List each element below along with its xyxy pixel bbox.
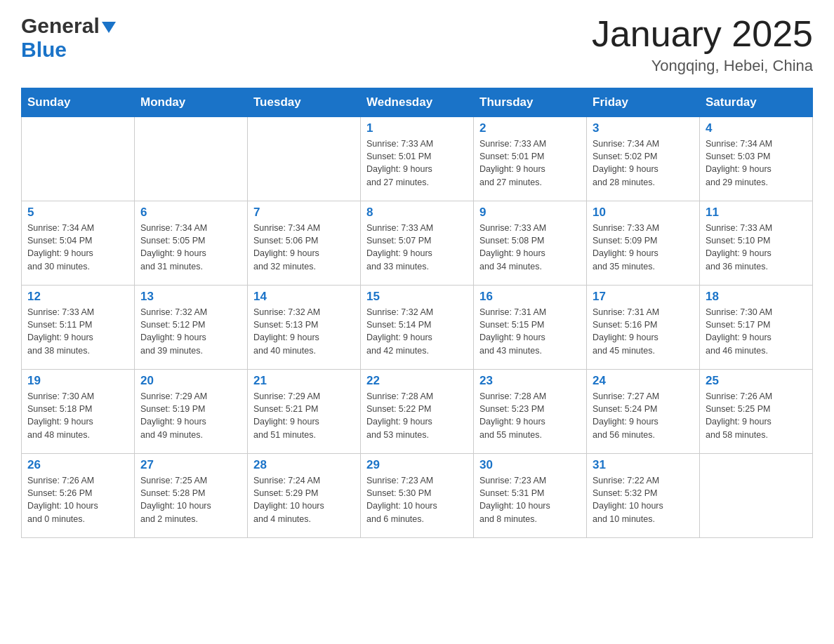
calendar-day-cell: 13Sunrise: 7:32 AM Sunset: 5:12 PM Dayli… — [135, 286, 248, 370]
day-number: 2 — [479, 121, 581, 135]
calendar-day-cell — [248, 117, 361, 201]
calendar-day-cell: 25Sunrise: 7:26 AM Sunset: 5:25 PM Dayli… — [700, 370, 813, 454]
calendar-day-cell: 16Sunrise: 7:31 AM Sunset: 5:15 PM Dayli… — [474, 286, 587, 370]
day-info: Sunrise: 7:26 AM Sunset: 5:26 PM Dayligh… — [27, 474, 128, 525]
day-of-week-header: Wednesday — [361, 88, 474, 117]
calendar-week-row: 5Sunrise: 7:34 AM Sunset: 5:04 PM Daylig… — [22, 201, 813, 286]
day-info: Sunrise: 7:34 AM Sunset: 5:04 PM Dayligh… — [27, 222, 128, 273]
calendar-day-cell: 18Sunrise: 7:30 AM Sunset: 5:17 PM Dayli… — [700, 286, 813, 370]
day-number: 5 — [27, 206, 128, 220]
calendar-day-cell: 6Sunrise: 7:34 AM Sunset: 5:05 PM Daylig… — [135, 201, 248, 286]
day-of-week-header: Thursday — [474, 88, 587, 117]
logo-general: General — [21, 14, 100, 38]
calendar-day-cell: 20Sunrise: 7:29 AM Sunset: 5:19 PM Dayli… — [135, 370, 248, 454]
calendar-day-cell — [135, 117, 248, 201]
day-number: 4 — [706, 121, 807, 135]
day-info: Sunrise: 7:31 AM Sunset: 5:16 PM Dayligh… — [593, 306, 694, 357]
calendar-day-cell — [22, 117, 135, 201]
calendar-header-row: SundayMondayTuesdayWednesdayThursdayFrid… — [22, 88, 813, 117]
day-number: 16 — [479, 290, 581, 304]
day-info: Sunrise: 7:32 AM Sunset: 5:13 PM Dayligh… — [253, 306, 355, 357]
day-info: Sunrise: 7:31 AM Sunset: 5:15 PM Dayligh… — [479, 306, 581, 357]
calendar-day-cell: 27Sunrise: 7:25 AM Sunset: 5:28 PM Dayli… — [135, 454, 248, 538]
day-number: 1 — [366, 121, 468, 135]
day-number: 26 — [27, 458, 128, 472]
day-info: Sunrise: 7:34 AM Sunset: 5:05 PM Dayligh… — [140, 222, 241, 273]
calendar-header-right: January 2025 Yongqing, Hebei, China — [592, 14, 813, 75]
day-number: 27 — [140, 458, 241, 472]
day-info: Sunrise: 7:34 AM Sunset: 5:02 PM Dayligh… — [593, 137, 694, 189]
calendar-day-cell: 5Sunrise: 7:34 AM Sunset: 5:04 PM Daylig… — [22, 201, 135, 286]
calendar-day-cell: 23Sunrise: 7:28 AM Sunset: 5:23 PM Dayli… — [474, 370, 587, 454]
day-number: 11 — [706, 206, 807, 220]
logo-triangle-icon — [102, 22, 116, 33]
day-info: Sunrise: 7:29 AM Sunset: 5:21 PM Dayligh… — [253, 390, 355, 441]
calendar-table: SundayMondayTuesdayWednesdayThursdayFrid… — [21, 88, 813, 538]
day-info: Sunrise: 7:22 AM Sunset: 5:32 PM Dayligh… — [593, 474, 694, 525]
day-info: Sunrise: 7:33 AM Sunset: 5:11 PM Dayligh… — [27, 306, 128, 357]
calendar-day-cell: 21Sunrise: 7:29 AM Sunset: 5:21 PM Dayli… — [248, 370, 361, 454]
day-info: Sunrise: 7:33 AM Sunset: 5:01 PM Dayligh… — [366, 137, 468, 189]
day-info: Sunrise: 7:33 AM Sunset: 5:07 PM Dayligh… — [366, 222, 468, 273]
day-info: Sunrise: 7:28 AM Sunset: 5:23 PM Dayligh… — [479, 390, 581, 441]
day-info: Sunrise: 7:26 AM Sunset: 5:25 PM Dayligh… — [706, 390, 807, 441]
day-info: Sunrise: 7:33 AM Sunset: 5:10 PM Dayligh… — [706, 222, 807, 273]
logo-blue: Blue — [21, 38, 67, 61]
day-of-week-header: Saturday — [700, 88, 813, 117]
logo: General Blue — [21, 14, 116, 62]
day-info: Sunrise: 7:30 AM Sunset: 5:18 PM Dayligh… — [27, 390, 128, 441]
day-number: 9 — [479, 206, 581, 220]
calendar-week-row: 1Sunrise: 7:33 AM Sunset: 5:01 PM Daylig… — [22, 117, 813, 201]
calendar-day-cell: 22Sunrise: 7:28 AM Sunset: 5:22 PM Dayli… — [361, 370, 474, 454]
calendar-week-row: 19Sunrise: 7:30 AM Sunset: 5:18 PM Dayli… — [22, 370, 813, 454]
calendar-day-cell: 3Sunrise: 7:34 AM Sunset: 5:02 PM Daylig… — [587, 117, 700, 201]
day-number: 7 — [253, 206, 355, 220]
day-number: 10 — [593, 206, 694, 220]
day-of-week-header: Sunday — [22, 88, 135, 117]
calendar-day-cell: 17Sunrise: 7:31 AM Sunset: 5:16 PM Dayli… — [587, 286, 700, 370]
day-info: Sunrise: 7:28 AM Sunset: 5:22 PM Dayligh… — [366, 390, 468, 441]
day-info: Sunrise: 7:33 AM Sunset: 5:08 PM Dayligh… — [479, 222, 581, 273]
day-number: 8 — [366, 206, 468, 220]
day-number: 21 — [253, 374, 355, 388]
day-number: 25 — [706, 374, 807, 388]
day-number: 6 — [140, 206, 241, 220]
day-info: Sunrise: 7:25 AM Sunset: 5:28 PM Dayligh… — [140, 474, 241, 525]
day-info: Sunrise: 7:29 AM Sunset: 5:19 PM Dayligh… — [140, 390, 241, 441]
day-number: 12 — [27, 290, 128, 304]
calendar-day-cell: 10Sunrise: 7:33 AM Sunset: 5:09 PM Dayli… — [587, 201, 700, 286]
day-number: 18 — [706, 290, 807, 304]
calendar-day-cell: 4Sunrise: 7:34 AM Sunset: 5:03 PM Daylig… — [700, 117, 813, 201]
day-number: 22 — [366, 374, 468, 388]
day-number: 14 — [253, 290, 355, 304]
day-number: 20 — [140, 374, 241, 388]
day-info: Sunrise: 7:34 AM Sunset: 5:06 PM Dayligh… — [253, 222, 355, 273]
day-info: Sunrise: 7:32 AM Sunset: 5:14 PM Dayligh… — [366, 306, 468, 357]
day-info: Sunrise: 7:33 AM Sunset: 5:01 PM Dayligh… — [479, 137, 581, 189]
calendar-day-cell: 12Sunrise: 7:33 AM Sunset: 5:11 PM Dayli… — [22, 286, 135, 370]
day-number: 29 — [366, 458, 468, 472]
day-info: Sunrise: 7:33 AM Sunset: 5:09 PM Dayligh… — [593, 222, 694, 273]
calendar-day-cell: 11Sunrise: 7:33 AM Sunset: 5:10 PM Dayli… — [700, 201, 813, 286]
calendar-day-cell: 28Sunrise: 7:24 AM Sunset: 5:29 PM Dayli… — [248, 454, 361, 538]
day-number: 30 — [479, 458, 581, 472]
calendar-week-row: 26Sunrise: 7:26 AM Sunset: 5:26 PM Dayli… — [22, 454, 813, 538]
day-number: 28 — [253, 458, 355, 472]
calendar-day-cell: 19Sunrise: 7:30 AM Sunset: 5:18 PM Dayli… — [22, 370, 135, 454]
calendar-day-cell: 1Sunrise: 7:33 AM Sunset: 5:01 PM Daylig… — [361, 117, 474, 201]
day-info: Sunrise: 7:32 AM Sunset: 5:12 PM Dayligh… — [140, 306, 241, 357]
calendar-week-row: 12Sunrise: 7:33 AM Sunset: 5:11 PM Dayli… — [22, 286, 813, 370]
day-info: Sunrise: 7:24 AM Sunset: 5:29 PM Dayligh… — [253, 474, 355, 525]
day-number: 24 — [593, 374, 694, 388]
calendar-title: January 2025 — [592, 14, 813, 54]
day-number: 19 — [27, 374, 128, 388]
day-number: 3 — [593, 121, 694, 135]
calendar-day-cell: 8Sunrise: 7:33 AM Sunset: 5:07 PM Daylig… — [361, 201, 474, 286]
calendar-body: 1Sunrise: 7:33 AM Sunset: 5:01 PM Daylig… — [22, 117, 813, 538]
day-number: 15 — [366, 290, 468, 304]
calendar-day-cell: 26Sunrise: 7:26 AM Sunset: 5:26 PM Dayli… — [22, 454, 135, 538]
calendar-day-cell: 9Sunrise: 7:33 AM Sunset: 5:08 PM Daylig… — [474, 201, 587, 286]
calendar-day-cell: 14Sunrise: 7:32 AM Sunset: 5:13 PM Dayli… — [248, 286, 361, 370]
calendar-day-cell: 2Sunrise: 7:33 AM Sunset: 5:01 PM Daylig… — [474, 117, 587, 201]
page-header: General Blue January 2025 Yongqing, Hebe… — [21, 14, 813, 75]
